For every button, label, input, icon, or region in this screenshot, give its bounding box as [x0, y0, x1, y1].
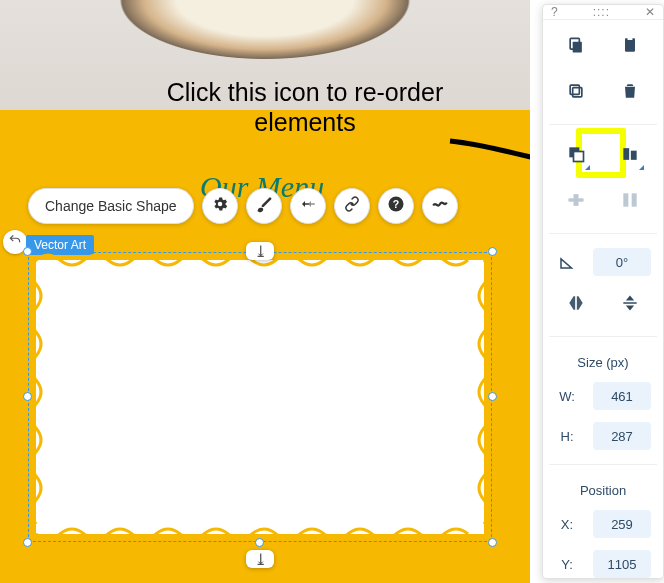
panel-close-button[interactable]: ✕	[645, 5, 655, 19]
distribute-horizontal-icon	[566, 190, 586, 214]
svg-rect-14	[623, 193, 628, 206]
link-button[interactable]	[334, 188, 370, 224]
width-input[interactable]	[593, 382, 651, 410]
duplicate-button[interactable]	[559, 76, 593, 110]
distribute-vertical-button	[613, 185, 647, 219]
paintbrush-icon	[255, 195, 273, 217]
animation-button[interactable]	[290, 188, 326, 224]
stretch-handle-top[interactable]: ⤓	[246, 242, 274, 260]
svg-rect-4	[625, 38, 635, 51]
paste-icon	[620, 35, 640, 59]
panel-help-button[interactable]: ?	[551, 5, 558, 19]
distribute-vertical-icon	[620, 190, 640, 214]
svg-text:?: ?	[392, 198, 398, 210]
position-section-title: Position	[549, 483, 657, 498]
stretch-icon: ⤓	[254, 550, 267, 569]
arrange-icon	[566, 144, 586, 168]
properties-panel: ? :::: ✕ Size (p	[542, 4, 664, 579]
delete-button[interactable]	[613, 76, 647, 110]
panel-header: ? :::: ✕	[543, 5, 663, 20]
height-label: H:	[555, 429, 579, 444]
resize-handle-tl[interactable]	[23, 247, 32, 256]
copy-icon	[566, 35, 586, 59]
svg-rect-9	[574, 152, 584, 162]
svg-rect-5	[628, 37, 633, 40]
resize-handle-tr[interactable]	[488, 247, 497, 256]
rotation-input[interactable]	[593, 248, 651, 276]
change-shape-button[interactable]: Change Basic Shape	[28, 188, 194, 224]
svg-rect-2	[573, 42, 582, 53]
svg-rect-11	[631, 151, 637, 160]
more-button[interactable]	[422, 188, 458, 224]
undo-icon	[8, 233, 22, 251]
y-input[interactable]	[593, 550, 651, 578]
duplicate-icon	[566, 81, 586, 105]
panel-drag-handle[interactable]: ::::	[593, 5, 610, 19]
flip-horizontal-button[interactable]	[559, 288, 593, 322]
stretch-icon: ⤓	[254, 242, 267, 261]
flip-vertical-icon	[620, 293, 640, 317]
selected-element-frame[interactable]: ⤓ ⤓	[28, 252, 492, 542]
paste-button[interactable]	[613, 30, 647, 64]
height-input[interactable]	[593, 422, 651, 450]
svg-rect-7	[570, 85, 579, 94]
align-button[interactable]	[613, 139, 647, 173]
resize-handle-br[interactable]	[488, 538, 497, 547]
help-icon: ?	[387, 195, 405, 217]
tutorial-arrow	[448, 135, 530, 175]
settings-button[interactable]	[202, 188, 238, 224]
help-button[interactable]: ?	[378, 188, 414, 224]
flip-horizontal-icon	[566, 293, 586, 317]
svg-rect-13	[574, 194, 579, 206]
resize-handle-b[interactable]	[255, 538, 264, 547]
svg-rect-15	[632, 193, 637, 206]
x-input[interactable]	[593, 510, 651, 538]
resize-handle-bl[interactable]	[23, 538, 32, 547]
stretch-handle-bottom[interactable]: ⤓	[246, 550, 274, 568]
design-button[interactable]	[246, 188, 282, 224]
width-label: W:	[555, 389, 579, 404]
resize-handle-r[interactable]	[488, 392, 497, 401]
arrange-button[interactable]	[559, 139, 593, 173]
svg-rect-6	[573, 88, 582, 97]
link-icon	[343, 195, 361, 217]
size-section-title: Size (px)	[549, 355, 657, 370]
squiggle-icon	[431, 195, 449, 217]
rotate-icon	[555, 253, 579, 271]
align-icon	[620, 144, 640, 168]
editor-canvas[interactable]: Our Menu Click this icon to re-order ele…	[0, 0, 530, 583]
vector-shape-fill	[36, 260, 484, 534]
trash-icon	[620, 81, 640, 105]
svg-rect-10	[623, 148, 629, 160]
element-toolbar: Change Basic Shape ?	[28, 188, 458, 224]
distribute-horizontal-button	[559, 185, 593, 219]
x-label: X:	[555, 517, 579, 532]
animation-icon	[299, 195, 317, 217]
gear-icon	[211, 195, 229, 217]
resize-handle-l[interactable]	[23, 392, 32, 401]
copy-button[interactable]	[559, 30, 593, 64]
y-label: Y:	[555, 557, 579, 572]
flip-vertical-button[interactable]	[613, 288, 647, 322]
tutorial-annotation-text: Click this icon to re-order elements	[155, 77, 455, 137]
